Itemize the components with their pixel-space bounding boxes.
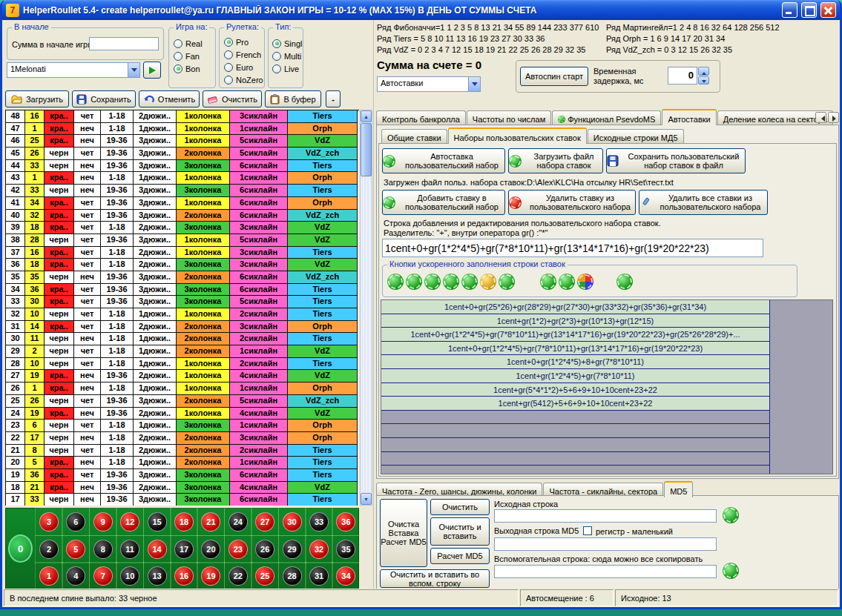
- board-number-2[interactable]: 2: [36, 536, 62, 563]
- strategy-combo[interactable]: 1Melonati: [7, 62, 140, 78]
- start-sum-input[interactable]: [89, 37, 159, 50]
- spin-row-31[interactable]: 3114кра..чет1-182дюжи..2колонка3сиклайнO…: [6, 321, 359, 334]
- md5-clear-paste-button[interactable]: Очистить и вставить: [430, 517, 490, 546]
- board-number-26[interactable]: 26: [251, 536, 278, 563]
- board-number-10[interactable]: 10: [116, 563, 143, 589]
- quick-chip-button[interactable]: [616, 274, 633, 290]
- radio-NoZero[interactable]: NoZero: [224, 73, 263, 86]
- tab-MD5[interactable]: MD5: [664, 481, 693, 497]
- tab-Функционал PsevdoMS[interactable]: Функционал PsevdoMS: [552, 110, 661, 125]
- undo-button[interactable]: Отменить: [139, 90, 200, 107]
- bet-row[interactable]: 1cent+gr(5*4*1*2)+5+6+9+10+10cent+23+22: [381, 383, 769, 397]
- board-number-21[interactable]: 21: [197, 509, 224, 535]
- bet-row[interactable]: 1cent+0+gr(1*2*4*5)+gr(7*8*10*11)+gr(13*…: [381, 342, 769, 356]
- spin-row-29[interactable]: 292чернчет1-181дюжи..2колонка1сиклайнVdZ: [6, 345, 359, 358]
- board-number-6[interactable]: 6: [62, 509, 89, 535]
- md5-source-chip-button[interactable]: [723, 507, 739, 523]
- collapse-button[interactable]: -: [326, 90, 341, 107]
- load-button[interactable]: Загрузить: [5, 90, 69, 107]
- spin-row-44[interactable]: 4433черннеч19-363дюжи..3колонка6сиклайнT…: [6, 160, 359, 173]
- radio-Live[interactable]: Live: [272, 62, 302, 75]
- delay-value[interactable]: 0: [668, 67, 697, 85]
- quick-chip-button[interactable]: [461, 274, 478, 290]
- md5-clear-paste-aux-button[interactable]: Очистить и вставить во вспом. строку: [380, 569, 490, 588]
- tab-Автоставки[interactable]: Автоставки: [662, 109, 716, 125]
- spin-row-25[interactable]: 2526чернчет19-363дюжи..2колонка5сиклайнV…: [6, 395, 359, 408]
- board-number-15[interactable]: 15: [144, 509, 171, 535]
- save-set-file-button[interactable]: Сохранить пользовательский набор ставок …: [606, 148, 746, 173]
- spin-row-20[interactable]: 205кра..неч1-181дюжи..2колонка1сиклайнTi…: [6, 457, 359, 469]
- board-number-9[interactable]: 9: [90, 509, 116, 535]
- spin-row-39[interactable]: 3918кра..чет1-182дюжи..3колонка3сиклайнV…: [6, 222, 359, 234]
- autobets-combo[interactable]: Автоставки: [377, 76, 481, 92]
- md5-clear-button[interactable]: Очистить: [430, 499, 490, 515]
- title-bar[interactable]: 7 HelperRoullet 5.4- create helperroulle…: [2, 0, 840, 20]
- quick-chip-button[interactable]: [480, 274, 496, 290]
- board-number-18[interactable]: 18: [171, 509, 197, 535]
- md5-aux-chip-button[interactable]: [723, 563, 739, 579]
- board-number-3[interactable]: 3: [36, 509, 62, 535]
- spin-row-28[interactable]: 2810чернчет1-181дюжи..1колонка2сиклайнTi…: [6, 358, 359, 371]
- autospin-start-button[interactable]: Автоспин старт: [520, 67, 588, 86]
- spin-row-23[interactable]: 236чернчет1-181дюжи..3колонка1сиклайнOrp…: [6, 420, 359, 432]
- quick-chip-button[interactable]: [424, 274, 441, 290]
- board-number-8[interactable]: 8: [90, 536, 116, 563]
- tab-Контроль банкролла[interactable]: Контроль банкролла: [376, 110, 466, 125]
- bet-row[interactable]: 1cent+gr(1*2*4*5)+gr(7*8*10*11): [381, 369, 769, 383]
- radio-French[interactable]: French: [224, 48, 263, 61]
- bet-row[interactable]: 1cent+0+gr(1*2*4*5)+8+gr(7*8*10*11): [381, 355, 769, 369]
- board-number-25[interactable]: 25: [251, 563, 278, 589]
- minimize-button[interactable]: [782, 2, 797, 18]
- spin-row-22[interactable]: 2217черннеч1-182дюжи..2колонка3сиклайнOr…: [6, 432, 359, 445]
- board-number-14[interactable]: 14: [144, 536, 171, 563]
- remove-all-bets-button[interactable]: Удалить все ставки из пользовательского …: [639, 190, 768, 215]
- board-number-22[interactable]: 22: [225, 563, 251, 589]
- board-number-17[interactable]: 17: [171, 536, 197, 563]
- board-number-29[interactable]: 29: [279, 536, 306, 563]
- spin-row-37[interactable]: 3716кра..чет1-182дюжи..1колонка3сиклайнT…: [6, 247, 359, 259]
- board-number-19[interactable]: 19: [197, 563, 224, 589]
- clear-button[interactable]: Очистить: [203, 90, 262, 107]
- add-bet-button[interactable]: Добавить ставку в пользовательский набор: [382, 190, 505, 215]
- spin-row-35[interactable]: 3535черннеч19-363дюжи..2колонка6сиклайнV…: [6, 271, 359, 284]
- md5-master-button[interactable]: Очистка Вставка Расчет MD5: [380, 499, 427, 567]
- board-number-31[interactable]: 31: [306, 563, 332, 589]
- tab-Исходные строки МД5[interactable]: Исходные строки МД5: [588, 129, 684, 143]
- md5-out-input[interactable]: [494, 537, 717, 551]
- quick-chip-button[interactable]: [540, 274, 556, 290]
- copy-to-buffer-button[interactable]: В буфер: [265, 90, 321, 107]
- board-number-5[interactable]: 5: [62, 536, 89, 563]
- lowercase-checkbox[interactable]: [583, 526, 592, 535]
- spin-row-48[interactable]: 4816кра..чет1-182дюжи..1колонка3сиклайнT…: [6, 110, 359, 123]
- spin-row-19[interactable]: 1936кра..чет19-363дюжи..3колонка6сиклайн…: [6, 469, 359, 482]
- quick-chip-button[interactable]: [499, 274, 515, 290]
- quick-chip-button[interactable]: [406, 274, 422, 290]
- spin-row-47[interactable]: 471кра..неч1-181дюжи..1колонка1сиклайнOr…: [6, 123, 359, 136]
- spin-row-34[interactable]: 3436кра..чет19-363дюжи..3колонка6сиклайн…: [6, 284, 359, 297]
- scroll-down-icon[interactable]: ▼: [361, 493, 372, 505]
- tab-scroll-right-icon[interactable]: [828, 112, 839, 123]
- board-number-7[interactable]: 7: [90, 563, 116, 589]
- scroll-thumb[interactable]: [361, 123, 372, 176]
- close-button[interactable]: [820, 2, 836, 18]
- tab-scroll-left-icon[interactable]: [815, 112, 826, 123]
- radio-Pro[interactable]: Pro: [224, 36, 263, 48]
- board-number-33[interactable]: 33: [306, 509, 332, 535]
- remove-bet-button[interactable]: Удалить ставку из пользовательского набо…: [508, 190, 636, 215]
- spin-row-26[interactable]: 261кра..неч1-181дюжи..1колонка1сиклайнOr…: [6, 382, 359, 395]
- spin-row-27[interactable]: 2719кра..неч19-362дюжи..1колонка4сиклайн…: [6, 370, 359, 382]
- spinner-down-icon[interactable]: [698, 76, 709, 85]
- board-number-23[interactable]: 23: [225, 536, 251, 563]
- md5-calc-button[interactable]: Расчет MD5: [430, 548, 490, 564]
- board-number-30[interactable]: 30: [279, 509, 306, 535]
- board-number-0[interactable]: 0: [8, 534, 33, 563]
- board-number-32[interactable]: 32: [306, 536, 332, 563]
- radio-Fan[interactable]: Fan: [174, 50, 203, 62]
- spin-row-32[interactable]: 3210чернчет1-181дюжи..1колонка2сиклайнTi…: [6, 308, 359, 321]
- board-number-4[interactable]: 4: [62, 563, 89, 589]
- bet-row[interactable]: 1cent+gr(5412)+5+6+9+10+10cent+23+22: [381, 397, 769, 411]
- spin-row-30[interactable]: 3011черннеч1-181дюжи..2колонка2сиклайнTi…: [6, 333, 359, 345]
- radio-Multi[interactable]: Multi: [272, 50, 302, 62]
- tab-Частоты по числам[interactable]: Частоты по числам: [467, 110, 551, 125]
- autobet-user-set-button[interactable]: Автоставка пользовательский набор: [382, 148, 505, 173]
